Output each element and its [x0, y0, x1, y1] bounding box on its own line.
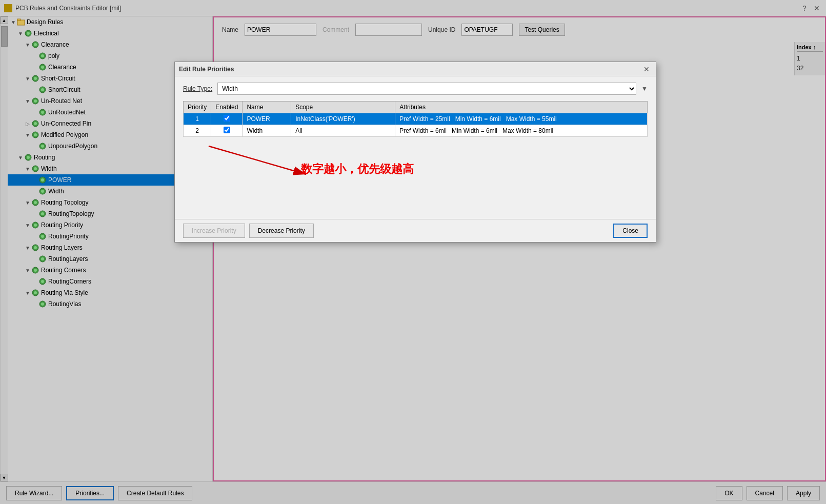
- scope-cell-1: InNetClass('POWER'): [291, 113, 395, 125]
- th-name: Name: [243, 102, 291, 113]
- enabled-cell-1[interactable]: [211, 113, 243, 125]
- table-row-2[interactable]: 2 Width All Pref Width = 6mil Min Width …: [184, 125, 648, 137]
- enabled-checkbox-2[interactable]: [224, 127, 230, 133]
- dropdown-arrow-icon: ▼: [641, 85, 648, 92]
- annotation-area: 数字越小，优先级越高: [183, 141, 648, 213]
- annotation-text: 数字越小，优先级越高: [301, 162, 414, 177]
- svg-line-53: [209, 146, 306, 174]
- decrease-priority-button[interactable]: Decrease Priority: [249, 224, 314, 238]
- table-row-1[interactable]: 1 POWER InNetClass('POWER') Pref Width =…: [184, 113, 648, 125]
- rule-type-label: Rule Type:: [183, 85, 212, 92]
- th-scope: Scope: [291, 102, 395, 113]
- rule-type-select[interactable]: Width: [217, 83, 636, 95]
- attr-cell-2: Pref Width = 6mil Min Width = 6mil Max W…: [395, 125, 648, 137]
- name-cell-2: Width: [243, 125, 291, 137]
- dialog-titlebar: Edit Rule Priorities ✕: [175, 62, 656, 76]
- edit-rule-priorities-dialog: Edit Rule Priorities ✕ Rule Type: Width …: [174, 62, 656, 243]
- dialog-close-button[interactable]: Close: [613, 224, 648, 238]
- table-header-row: Priority Enabled Name Scope Attributes: [184, 102, 648, 113]
- th-attributes: Attributes: [395, 102, 648, 113]
- scope-cell-2: All: [291, 125, 395, 137]
- attr-cell-1: Pref Width = 25mil Min Width = 6mil Max …: [395, 113, 648, 125]
- increase-priority-button[interactable]: Increase Priority: [183, 224, 245, 238]
- annotation-arrow-svg: [183, 141, 501, 213]
- modal-overlay: Edit Rule Priorities ✕ Rule Type: Width …: [0, 0, 826, 504]
- enabled-checkbox-1[interactable]: [224, 115, 230, 122]
- name-cell-1: POWER: [243, 113, 291, 125]
- dialog-close-x-button[interactable]: ✕: [641, 64, 652, 74]
- dialog-title: Edit Rule Priorities: [179, 66, 641, 73]
- dialog-bottom-bar: Increase Priority Decrease Priority Clos…: [175, 219, 656, 242]
- enabled-cell-2[interactable]: [211, 125, 243, 137]
- th-enabled: Enabled: [211, 102, 243, 113]
- priority-table: Priority Enabled Name Scope Attributes 1…: [183, 101, 648, 137]
- th-priority: Priority: [184, 102, 211, 113]
- rule-type-row: Rule Type: Width ▼: [183, 83, 648, 95]
- priority-cell-2: 2: [184, 125, 211, 137]
- dialog-body: Rule Type: Width ▼ Priority Enabled Name…: [175, 76, 656, 219]
- priority-cell-1: 1: [184, 113, 211, 125]
